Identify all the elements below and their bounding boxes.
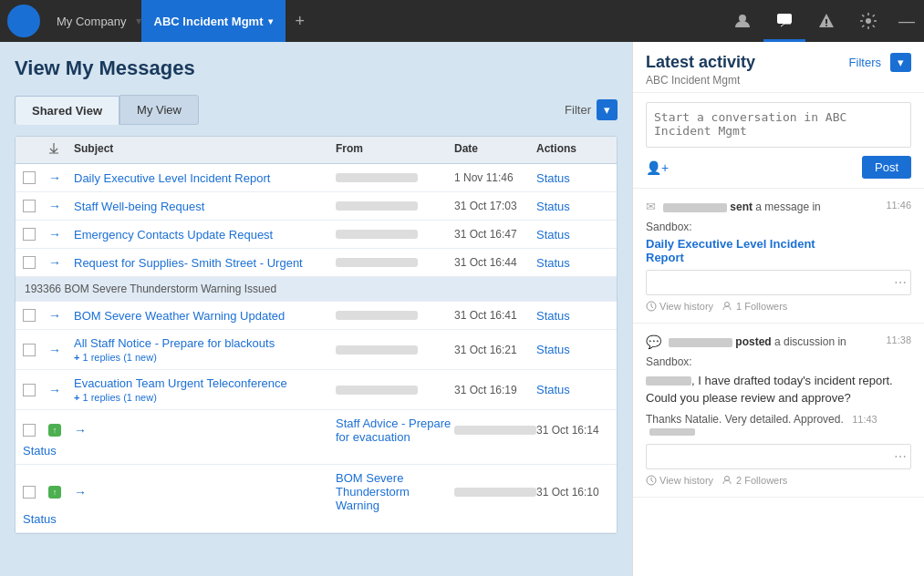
msg-status-5[interactable]: Status [536,309,609,323]
chevron-down-icon: ▾ [604,103,610,117]
msg-status-8[interactable]: Status [23,444,48,458]
msg-date-8: 31 Oct 16:14 [536,424,609,437]
msg-status-1[interactable]: Status [536,171,609,185]
table-row: → Staff Well-being Request 31 Oct 17:03 … [16,192,617,221]
subject-cell-7: Evacuation Team Urgent Teleconference + … [74,376,336,403]
sender-name-blur [663,203,727,212]
msg-date-1: 1 Nov 11:46 [454,171,536,184]
col-actions: Actions [536,142,609,158]
main-layout: View My Messages Shared View My View Fil… [0,42,924,576]
row-checkbox-3[interactable] [23,228,36,241]
settings-icon[interactable] [847,0,889,42]
view-history-link-2[interactable]: View history [646,475,713,486]
add-tab-button[interactable]: + [286,12,314,31]
minimize-button[interactable]: — [889,12,924,31]
msg-subject-5[interactable]: BOM Severe Weather Warning Updated [74,309,336,323]
msg-from-9 [454,488,536,497]
msg-subject-7[interactable]: Evacuation Team Urgent Teleconference [74,376,287,390]
messages-table: Subject From Date Actions → Daily Execut… [15,136,618,534]
chat-icon[interactable] [763,0,805,42]
row-checkbox-4[interactable] [23,256,36,269]
msg-subject-6[interactable]: All Staff Notice - Prepare for blackouts [74,336,275,350]
my-view-tab[interactable]: My View [119,95,199,125]
tab-arrow: ▾ [268,16,273,26]
msg-from-2 [336,201,418,211]
msg-status-6[interactable]: Status [536,343,609,356]
msg-date-3: 31 Oct 16:47 [454,228,536,241]
activity-time-1: 11:46 [886,200,911,211]
reply-info-7[interactable]: + 1 replies (1 new) [74,392,336,403]
row-checkbox-8[interactable] [23,424,36,437]
msg-subject-1[interactable]: Daily Executive Level Incident Report [74,171,336,185]
row-checkbox-1[interactable] [23,171,36,184]
activity-reply-input-1[interactable]: ⋯ [646,270,911,295]
row-arrow-9: → [74,485,336,499]
msg-status-2[interactable]: Status [536,200,609,213]
col-check [23,142,48,158]
conv-textarea[interactable] [646,102,911,148]
right-header: Latest activity Filters ▾ ABC Incident M… [633,42,924,93]
ellipsis-icon: ⋯ [894,275,907,290]
row-checkbox-5[interactable] [23,309,36,322]
filter-area: Filter ▾ [565,99,618,120]
msg-status-7[interactable]: Status [536,383,609,396]
reply-info-6[interactable]: + 1 replies (1 new) [74,352,336,363]
table-row: ↑ → Staff Advice - Prepare for evacuatio… [16,410,617,465]
post-button[interactable]: Post [862,156,911,179]
activity-feed: ✉ sent a message in 11:46 Sandbox: Daily… [633,189,924,576]
table-row: → Evacuation Team Urgent Teleconference … [16,370,617,410]
app-logo[interactable] [7,5,40,37]
col-attach [48,142,74,158]
chevron-down-icon: ▾ [898,56,904,69]
activity-link-1[interactable]: Daily Executive Level IncidentReport [646,237,815,264]
msg-subject-9[interactable]: BOM Severe Thunderstorm Warning [336,471,454,512]
right-panel-title: Latest activity [646,53,755,72]
svg-rect-1 [777,14,792,24]
msg-date-4: 31 Oct 16:44 [454,256,536,269]
filter-button[interactable]: ▾ [597,99,618,120]
green-badge-9: ↑ [48,486,61,499]
msg-subject-4[interactable]: Request for Supplies- Smith Street - Urg… [74,256,336,270]
table-row: ↑ → BOM Severe Thunderstorm Warning 31 O… [16,465,617,533]
conv-actions: 👤+ Post [646,156,911,179]
row-checkbox-2[interactable] [23,200,36,212]
subject-cell-6: All Staff Notice - Prepare for blackouts… [74,336,336,363]
activity-item-1: ✉ sent a message in 11:46 Sandbox: Daily… [633,189,924,324]
user-icon[interactable] [722,0,763,42]
activity-meta-2: posted a discussion in [669,334,878,350]
msg-status-9[interactable]: Status [23,512,48,526]
left-panel: View My Messages Shared View My View Fil… [0,42,632,576]
right-subtitle: ABC Incident Mgmt [646,74,911,87]
msg-subject-8[interactable]: Staff Advice - Prepare for evacuation [336,417,454,444]
shared-view-tab[interactable]: Shared View [15,96,119,125]
row-checkbox-6[interactable] [23,344,36,356]
alert-icon[interactable] [805,0,847,42]
table-row: → BOM Severe Weather Warning Updated 31 … [16,302,617,330]
table-row: → Daily Executive Level Incident Report … [16,164,617,192]
activity-meta-1: sent a message in [663,200,878,215]
row-checkbox-9[interactable] [23,486,36,499]
table-header: Subject From Date Actions [16,137,617,164]
svg-rect-2 [825,19,827,24]
followers-link-2[interactable]: 2 Followers [722,475,787,486]
row-checkbox-7[interactable] [23,384,36,396]
row-arrow-8: → [74,423,336,437]
msg-from-3 [336,230,418,239]
row-arrow-3: → [48,227,74,242]
msg-status-4[interactable]: Status [536,256,609,270]
email-icon: ✉ [646,200,656,213]
activity-reply-input-2[interactable]: ⋯ [646,444,911,469]
msg-status-3[interactable]: Status [536,228,609,242]
msg-subject-2[interactable]: Staff Well-being Request [74,200,336,213]
top-nav: My Company ▾ ABC Incident Mgmt ▾ + — [0,0,924,42]
followers-link-1[interactable]: 1 Followers [722,301,787,312]
filters-link[interactable]: Filters [849,56,881,69]
active-tab[interactable]: ABC Incident Mgmt ▾ [141,0,286,42]
add-person-icon[interactable]: 👤+ [646,160,669,175]
row-arrow-4: → [48,255,74,270]
row-arrow-5: → [48,308,74,323]
msg-subject-3[interactable]: Emergency Contacts Update Request [74,228,336,242]
row-arrow-7: → [48,383,74,397]
view-history-link-1[interactable]: View history [646,301,713,312]
filters-button[interactable]: ▾ [890,53,911,72]
